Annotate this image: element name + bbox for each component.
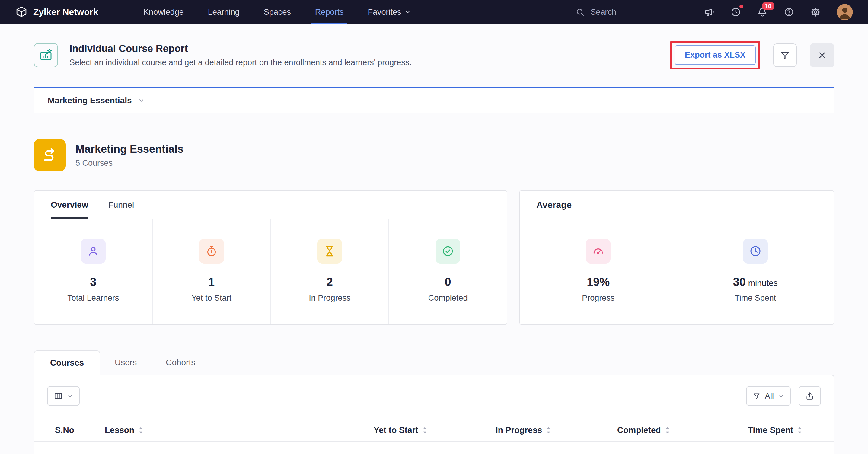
- table-columns-icon: [54, 392, 63, 400]
- stat-value: 2: [271, 276, 389, 289]
- course-summary: Marketing Essentials 5 Courses: [34, 139, 834, 171]
- table-toolbar: All: [34, 375, 834, 406]
- stat-total-learners: 3 Total Learners: [34, 219, 153, 324]
- tab-users[interactable]: Users: [100, 351, 151, 374]
- learning-path-icon: [34, 139, 66, 171]
- average-card-head: Average: [520, 191, 834, 219]
- course-info: Marketing Essentials 5 Courses: [75, 143, 184, 168]
- sort-icon[interactable]: [138, 427, 143, 434]
- stat-yet-to-start: 1 Yet to Start: [153, 219, 271, 324]
- sort-icon[interactable]: [423, 427, 427, 434]
- stat-average-time-spent: 30 minutes Time Spent: [677, 219, 834, 324]
- funnel-icon: [753, 392, 761, 400]
- stat-label: Completed: [389, 294, 507, 303]
- nav-item-learning[interactable]: Learning: [204, 0, 243, 24]
- column-yet-to-start[interactable]: Yet to Start: [374, 425, 496, 435]
- export-xlsx-button[interactable]: Export as XLSX: [675, 45, 756, 65]
- average-stats: 19% Progress 30 minutes Time Spent: [520, 219, 834, 324]
- column-completed[interactable]: Completed: [617, 425, 748, 435]
- nav-menu: Knowledge Learning Spaces Reports Favori…: [131, 0, 423, 24]
- search-icon: [575, 7, 585, 17]
- nav-item-favorites[interactable]: Favorites: [364, 0, 414, 24]
- sort-icon[interactable]: [546, 427, 551, 434]
- lessons-table-card: All S.No Lesson Yet to Start In Progress: [34, 374, 834, 454]
- report-header: Individual Course Report Select an indiv…: [34, 41, 834, 69]
- chevron-down-icon: [778, 393, 784, 399]
- page-title: Individual Course Report: [69, 43, 412, 54]
- help-icon[interactable]: [783, 7, 794, 18]
- avatar[interactable]: [837, 4, 853, 20]
- hourglass-icon: [317, 239, 342, 264]
- course-selector-dropdown[interactable]: Marketing Essentials: [34, 87, 834, 113]
- tab-overview[interactable]: Overview: [51, 191, 88, 219]
- search-label: Search: [590, 7, 616, 17]
- close-button[interactable]: [810, 43, 834, 67]
- stat-completed: 0 Completed: [389, 219, 507, 324]
- close-icon: [817, 51, 827, 60]
- tab-funnel[interactable]: Funnel: [108, 191, 134, 219]
- column-in-progress[interactable]: In Progress: [496, 425, 617, 435]
- activity-history-icon[interactable]: [731, 7, 741, 18]
- notifications-bell-icon[interactable]: 10: [757, 7, 768, 18]
- funnel-icon: [780, 50, 790, 60]
- stat-label: In Progress: [271, 294, 389, 303]
- table-export-button[interactable]: [799, 386, 821, 406]
- page-subtitle: Select an individual course and get a de…: [69, 58, 412, 67]
- stat-in-progress: 2 In Progress: [271, 219, 389, 324]
- report-header-text: Individual Course Report Select an indiv…: [69, 43, 412, 67]
- column-chooser-button[interactable]: [47, 386, 80, 406]
- logo-icon: [15, 6, 28, 19]
- notification-badge: 10: [762, 2, 774, 10]
- clock-icon: [743, 239, 768, 264]
- nav-item-spaces[interactable]: Spaces: [260, 0, 294, 24]
- nav-icons: 10: [704, 0, 853, 24]
- filter-button[interactable]: [773, 43, 797, 67]
- course-count: 5 Courses: [75, 158, 184, 168]
- stat-cards: Overview Funnel 3 Total Learners: [34, 190, 834, 325]
- stat-value: 19%: [520, 276, 677, 289]
- tab-courses[interactable]: Courses: [34, 351, 100, 374]
- nav-item-reports[interactable]: Reports: [311, 0, 347, 24]
- column-lesson[interactable]: Lesson: [105, 425, 374, 435]
- stat-label: Total Learners: [34, 294, 152, 303]
- stat-value: 1: [153, 276, 271, 289]
- table-header-row: S.No Lesson Yet to Start In Progress Com…: [34, 419, 834, 442]
- overview-stats: 3 Total Learners 1 Yet to Start: [34, 219, 507, 324]
- export-icon: [805, 392, 814, 400]
- course-selector-value: Marketing Essentials: [48, 96, 132, 105]
- brand-name: Zylker Network: [33, 7, 98, 17]
- announcements-icon[interactable]: [704, 7, 715, 18]
- sort-icon[interactable]: [665, 427, 670, 434]
- course-report-icon: [34, 43, 58, 67]
- stat-label: Time Spent: [677, 294, 834, 303]
- stat-label: Yet to Start: [153, 294, 271, 303]
- nav-item-knowledge[interactable]: Knowledge: [140, 0, 187, 24]
- stat-value: 0: [389, 276, 507, 289]
- search[interactable]: Search: [575, 0, 616, 24]
- overview-card-tabs: Overview Funnel: [34, 191, 507, 219]
- gauge-icon: [586, 239, 611, 264]
- stopwatch-icon: [199, 239, 224, 264]
- tab-cohorts[interactable]: Cohorts: [151, 351, 210, 374]
- brand[interactable]: Zylker Network: [15, 0, 98, 24]
- annotation-highlight: Export as XLSX: [670, 41, 760, 69]
- check-circle-icon: [435, 239, 460, 264]
- sort-icon[interactable]: [797, 427, 802, 434]
- course-title: Marketing Essentials: [75, 143, 184, 155]
- header-actions: Export as XLSX: [670, 41, 834, 69]
- column-time-spent[interactable]: Time Spent: [748, 425, 834, 435]
- chevron-down-icon: [67, 393, 73, 399]
- table-tabs: Courses Users Cohorts: [34, 351, 834, 374]
- average-card: Average 19% Progress: [519, 190, 834, 325]
- average-title: Average: [536, 200, 571, 210]
- table-filter-button[interactable]: All: [746, 386, 791, 406]
- chevron-down-icon: [138, 97, 145, 104]
- chevron-down-icon: [405, 9, 411, 15]
- activity-alert-dot: [739, 4, 743, 8]
- settings-gear-icon[interactable]: [810, 7, 821, 18]
- stat-average-progress: 19% Progress: [520, 219, 677, 324]
- stat-value: 3: [34, 276, 152, 289]
- top-nav: Zylker Network Knowledge Learning Spaces…: [0, 0, 868, 24]
- filter-value: All: [765, 392, 774, 401]
- stat-value: 30 minutes: [677, 276, 834, 289]
